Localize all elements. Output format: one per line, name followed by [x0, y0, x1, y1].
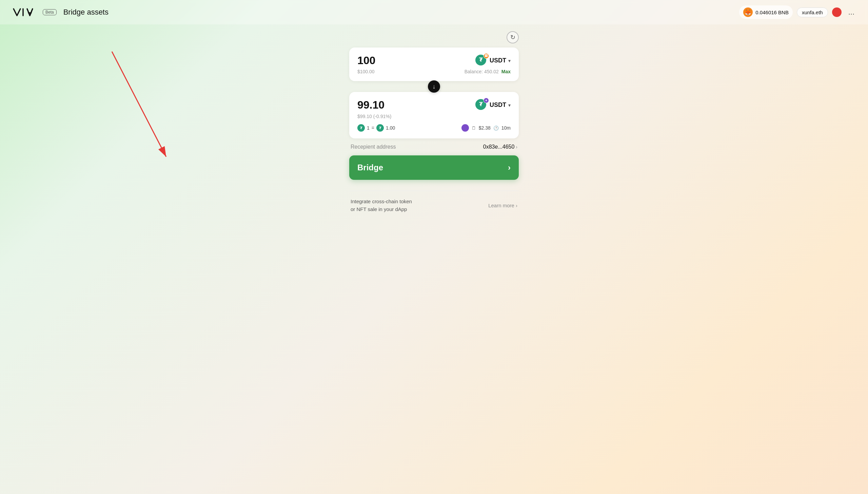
from-usd-value: $100.00 [357, 69, 375, 74]
header-right: 🦊 0.046016 BNB xunfa.eth ... [739, 5, 857, 19]
gas-fee: $2.38 [479, 125, 491, 131]
refresh-button[interactable]: ↻ [507, 31, 519, 43]
info-section: Integrate cross-chain token or NFT sale … [349, 191, 519, 220]
to-chain-badge: ◈ [484, 98, 489, 103]
from-token-chevron: ▾ [508, 58, 511, 63]
from-amount[interactable]: 100 [357, 54, 375, 67]
rate-from-value: 1 [367, 125, 370, 131]
from-chain-badge: 🅱 [484, 53, 489, 59]
bridge-button[interactable]: Bridge › [349, 155, 519, 180]
rate-equals: = [372, 125, 374, 131]
to-token-name: USDT [490, 101, 506, 109]
rate-row: ₮ 1 = ₮ 1.00 🗒 $2.38 🕐 10m [357, 124, 511, 132]
status-indicator [832, 7, 842, 17]
from-balance: Balance: 450.02 Max [465, 69, 511, 74]
to-amount: 99.10 [357, 99, 384, 111]
to-card-top: 99.10 ₮ ◈ USDT ▾ [357, 99, 511, 111]
metamask-icon: 🦊 [743, 7, 753, 17]
provider-icon [461, 124, 469, 132]
gas-icon: 🗒 [472, 126, 476, 131]
main-content: ↻ 100 ₮ 🅱 USDT ▾ $100.00 Balance: 450.02… [0, 24, 868, 227]
header: Beta Bridge assets 🦊 0.046016 BNB xunfa.… [0, 0, 868, 24]
logo-icon [11, 6, 41, 18]
to-token-chevron: ▾ [508, 102, 511, 108]
from-token-icon-wrap: ₮ 🅱 [475, 55, 488, 67]
info-text: Integrate cross-chain token or NFT sale … [351, 198, 412, 213]
from-card: 100 ₮ 🅱 USDT ▾ $100.00 Balance: 450.02 M… [349, 48, 519, 81]
from-token-name: USDT [490, 57, 506, 64]
to-card: 99.10 ₮ ◈ USDT ▾ $99.10 (-0.91%) ₮ 1 = ₮… [349, 92, 519, 138]
beta-badge: Beta [43, 9, 57, 15]
max-button[interactable]: Max [501, 69, 511, 74]
bridge-button-label: Bridge [357, 163, 383, 172]
more-menu-button[interactable]: ... [846, 6, 857, 18]
rate-right: 🗒 $2.38 🕐 10m [461, 124, 511, 132]
wallet-info[interactable]: 🦊 0.046016 BNB [739, 5, 793, 19]
recipient-row: Recepient address 0x83e...4650› [349, 138, 519, 155]
rate-to-value: 1.00 [386, 125, 395, 131]
page-title: Bridge assets [63, 8, 108, 17]
swap-direction-wrap: ↓ [428, 80, 440, 93]
bridge-button-chevron: › [508, 163, 511, 172]
logo: Beta [11, 6, 57, 18]
recipient-chevron: › [516, 144, 517, 150]
to-usd-value: $99.10 (-0.91%) [357, 114, 391, 119]
recipient-label: Recepient address [351, 144, 396, 150]
rate-to-icon: ₮ [376, 124, 384, 132]
wallet-balance: 0.046016 BNB [755, 10, 789, 15]
recipient-address[interactable]: 0x83e...4650› [483, 144, 517, 150]
rate-from-icon: ₮ [357, 124, 365, 132]
swap-direction-button[interactable]: ↓ [428, 80, 440, 93]
from-card-top: 100 ₮ 🅱 USDT ▾ [357, 54, 511, 67]
svg-line-2 [112, 52, 166, 157]
header-left: Beta Bridge assets [11, 6, 108, 18]
to-token-icon-wrap: ₮ ◈ [475, 99, 488, 111]
rate-left: ₮ 1 = ₮ 1.00 [357, 124, 395, 132]
to-token-selector[interactable]: ₮ ◈ USDT ▾ [475, 99, 511, 111]
bridge-time: 10m [501, 125, 511, 131]
username-badge[interactable]: xunfa.eth [797, 7, 828, 17]
clock-icon: 🕐 [493, 126, 499, 131]
learn-more-link[interactable]: Learn more › [488, 203, 517, 208]
from-token-selector[interactable]: ₮ 🅱 USDT ▾ [475, 55, 511, 67]
